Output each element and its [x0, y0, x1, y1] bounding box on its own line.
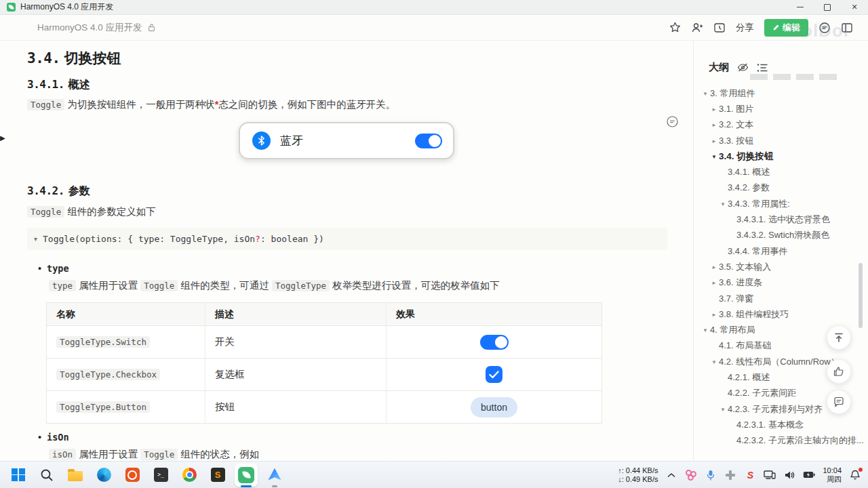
chevron-right-icon[interactable]: ▸ [709, 264, 719, 270]
outline-item[interactable]: ▸3.8. 组件编程技巧 [694, 306, 868, 322]
outline-item[interactable]: ▾3.4.3. 常用属性: [694, 196, 868, 211]
switch-knob [495, 336, 507, 348]
taskbar-apps: >_ S [7, 464, 286, 487]
type-paragraph: type 属性用于设置 Toggle 组件的类型，可通过 ToggleType … [49, 279, 500, 293]
edit-button-label: 编辑 [783, 22, 800, 34]
outline-item[interactable]: ▸3.6. 进度条 [694, 275, 868, 291]
outline-item[interactable]: 3.4.4. 常用事件 [694, 243, 868, 259]
reading-layout-icon[interactable] [841, 22, 853, 34]
example-toggle-switch[interactable] [480, 335, 509, 350]
outline-item[interactable]: 3.7. 弹窗 [694, 291, 868, 306]
app-toolbar: HarmonyOS 4.0 应用开发 分享 编辑 [0, 15, 868, 41]
taskbar-clock[interactable]: 10:04 周四 [823, 466, 842, 484]
notes-app-button[interactable] [235, 464, 258, 487]
chevron-right-icon[interactable]: ▸ [709, 121, 719, 128]
battery-tray-icon[interactable] [803, 469, 815, 481]
outline-item-label: 3. 常用组件 [710, 87, 755, 100]
volume-tray-icon[interactable] [783, 469, 795, 481]
outline-list-icon[interactable] [757, 63, 768, 73]
example-toggle-button[interactable]: button [471, 397, 517, 418]
minimize-button[interactable] [787, 0, 814, 14]
bluetooth-toggle-switch[interactable] [415, 134, 442, 148]
type-bullet: •type [38, 263, 69, 274]
check-icon [489, 371, 499, 379]
comment-fab-button[interactable] [827, 390, 851, 414]
edit-button[interactable]: 编辑 [764, 19, 808, 37]
close-button[interactable]: ✕ [841, 0, 868, 14]
table-header-cell: 名称 [47, 303, 205, 325]
outline-item[interactable]: 3.4.2. 参数 [694, 180, 868, 196]
table-header-row: 名称 描述 效果 [47, 303, 601, 326]
chevron-right-icon[interactable]: ▸ [709, 106, 719, 113]
back-to-top-button[interactable] [827, 325, 851, 350]
outline-item[interactable]: ▸3.5. 文本输入 [694, 259, 868, 274]
table-header-cell: 效果 [387, 303, 601, 325]
bluetooth-label: 蓝牙 [280, 133, 303, 148]
sublime-button[interactable]: S [206, 464, 229, 487]
main-area: ▶ 3.4.切换按钮 3.4.1.概述 Toggle 为切换按钮组件，一般用于两… [0, 41, 868, 461]
outline-item[interactable]: 3.4.1. 概述 [694, 164, 868, 180]
eye-off-icon[interactable] [737, 62, 749, 73]
utility-tray-icon[interactable] [724, 469, 736, 481]
outline-item[interactable]: 3.4.3.1. 选中状态背景色 [694, 211, 868, 227]
scrollbar[interactable] [859, 263, 863, 328]
outline-item[interactable]: ▸3.1. 图片 [694, 101, 868, 117]
params-paragraph: Toggle 组件的参数定义如下 [27, 205, 156, 219]
chevron-right-icon[interactable]: ▸ [709, 279, 719, 286]
chevron-down-icon[interactable]: ▾ [701, 90, 710, 97]
tray-expand-button[interactable] [665, 469, 677, 481]
margin-comment-icon[interactable] [666, 115, 679, 131]
star-favorite-icon[interactable] [669, 22, 681, 34]
outline-item[interactable]: ▸3.2. 文本 [694, 117, 868, 133]
outline-item[interactable]: ▾3. 常用组件 [694, 85, 868, 101]
outline-item[interactable]: 4.2.3.2. 子元素沿主轴方向的排... [694, 433, 868, 449]
chevron-right-icon[interactable]: ▸ [709, 311, 719, 318]
comments-icon[interactable] [818, 22, 831, 34]
add-collaborator-icon[interactable] [691, 22, 703, 34]
outline-item-label: 3.6. 进度条 [719, 277, 762, 289]
outline-item[interactable]: 3.4.3.2. Swtich滑块颜色 [694, 228, 868, 243]
start-button[interactable] [7, 464, 30, 487]
history-icon[interactable] [713, 22, 726, 34]
chevron-down-icon[interactable]: ▾ [718, 406, 728, 413]
outline-item[interactable]: 4.2.3.1. 基本概念 [694, 417, 868, 432]
taskbar-search-button[interactable] [35, 464, 58, 487]
panel-expand-handle[interactable]: ▶ [0, 129, 7, 146]
chevron-down-icon[interactable]: ▾ [701, 327, 710, 333]
table-cell-desc: 开关 [205, 326, 387, 358]
outline-item[interactable]: ▸3.3. 按钮 [694, 133, 868, 148]
file-explorer-button[interactable] [64, 464, 87, 487]
example-checkbox[interactable] [486, 366, 502, 383]
ubuntu-icon [125, 468, 140, 482]
chevron-down-icon[interactable]: ▾ [709, 153, 719, 160]
table-cell-desc: 复选框 [205, 359, 387, 390]
outline-item-label: 4.2.2. 子元素间距 [728, 387, 796, 399]
edge-button[interactable] [92, 464, 115, 487]
terminal-button[interactable]: >_ [149, 464, 172, 487]
back-to-top-icon [834, 333, 844, 343]
terminal-icon: >_ [154, 468, 168, 482]
bluetooth-example-card: 蓝牙 [239, 122, 454, 159]
switch-knob [429, 135, 441, 147]
bell-icon [850, 470, 860, 480]
notifications-button[interactable] [849, 469, 861, 481]
network-tray-icon[interactable] [764, 469, 776, 481]
code-fold-icon[interactable]: ▾ [34, 235, 37, 243]
chevron-down-icon[interactable]: ▾ [709, 359, 719, 365]
toggle-type-code: ToggleType.Button [56, 401, 150, 413]
window-controls: ✕ [787, 0, 868, 14]
chevron-right-icon[interactable]: ▸ [709, 138, 719, 144]
outline-item-label: 4.2.3.1. 基本概念 [736, 419, 804, 431]
chevron-down-icon[interactable]: ▾ [718, 201, 728, 207]
microphone-tray-icon[interactable] [705, 469, 717, 481]
ubuntu-button[interactable] [121, 464, 144, 487]
restore-button[interactable] [814, 0, 841, 14]
chrome-button[interactable] [178, 464, 201, 487]
share-button[interactable]: 分享 [736, 22, 754, 34]
deveco-studio-button[interactable] [263, 464, 286, 487]
sogou-input-tray-icon[interactable]: S [744, 469, 756, 481]
outline-item[interactable]: ▾3.4. 切换按钮 [694, 148, 868, 164]
like-button[interactable] [827, 359, 851, 384]
screen: HarmonyOS 4.0 应用开发 ✕ HarmonyOS 4.0 应用开发 … [0, 0, 868, 488]
pink-app-tray-icon[interactable] [685, 469, 697, 481]
